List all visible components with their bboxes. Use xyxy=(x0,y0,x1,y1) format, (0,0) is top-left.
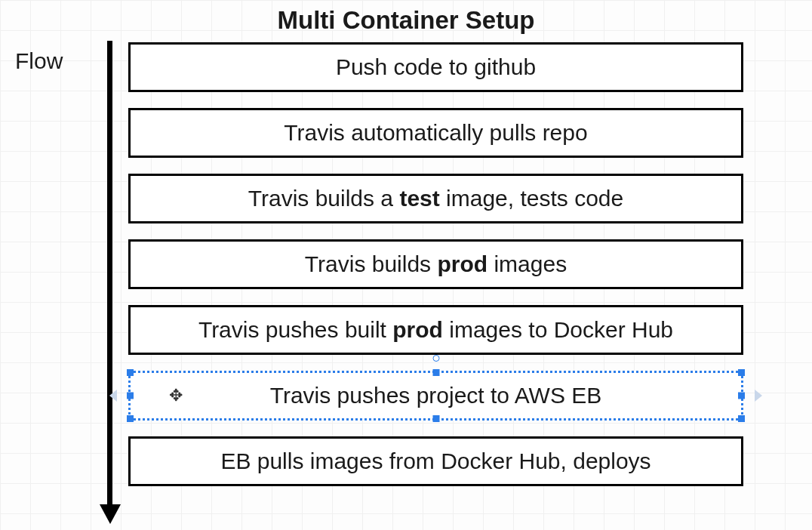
selection-handle[interactable] xyxy=(738,369,745,376)
selection-handle[interactable] xyxy=(432,369,439,376)
diagram-title: Multi Container Setup xyxy=(0,6,812,35)
step-box-5[interactable]: Travis pushes built prod images to Docke… xyxy=(128,305,743,355)
selection-handle[interactable] xyxy=(432,415,439,422)
extend-left-icon[interactable] xyxy=(109,390,117,402)
step-text: Travis automatically pulls repo xyxy=(284,120,587,146)
flow-label: Flow xyxy=(15,48,63,74)
selection-handle[interactable] xyxy=(738,393,745,399)
step-text: Travis pushes built prod images to Docke… xyxy=(198,317,673,343)
step-box-1[interactable]: Push code to github xyxy=(128,42,743,92)
selection-handle[interactable] xyxy=(127,369,134,376)
step-text: Travis builds a test image, tests code xyxy=(248,186,623,211)
steps-container: Push code to githubTravis automatically … xyxy=(128,42,743,486)
step-text: EB pulls images from Docker Hub, deploys xyxy=(220,448,651,474)
step-box-3[interactable]: Travis builds a test image, tests code xyxy=(128,174,743,223)
selection-handle[interactable] xyxy=(127,415,134,422)
extend-right-icon[interactable] xyxy=(755,390,762,402)
step-box-2[interactable]: Travis automatically pulls repo xyxy=(128,108,743,158)
step-text: Push code to github xyxy=(336,54,536,80)
selection-handle[interactable] xyxy=(127,393,134,399)
flow-arrow xyxy=(107,41,109,513)
step-text: Travis pushes project to AWS EB xyxy=(270,383,602,408)
step-box-7[interactable]: EB pulls images from Docker Hub, deploys xyxy=(128,436,743,486)
step-text: Travis builds prod images xyxy=(305,251,567,277)
selection-handle[interactable] xyxy=(738,415,745,422)
rotate-handle[interactable] xyxy=(432,355,439,362)
move-cursor-icon: ✥ xyxy=(169,386,183,405)
step-box-4[interactable]: Travis builds prod images xyxy=(128,239,743,289)
step-box-6[interactable]: Travis pushes project to AWS EB✥ xyxy=(128,371,743,421)
